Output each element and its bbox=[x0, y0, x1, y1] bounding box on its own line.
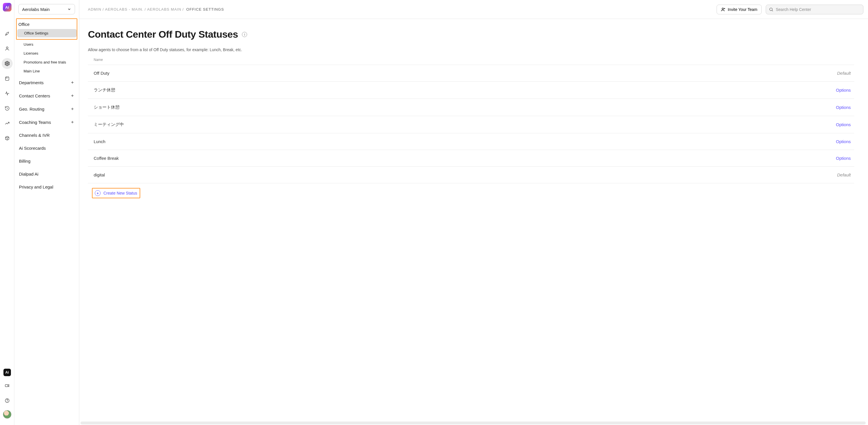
breadcrumb-current: OFFICE SETTINGS bbox=[186, 7, 224, 11]
org-picker[interactable]: Aerolabs Main bbox=[19, 4, 75, 14]
content: Contact Center Off Duty Statuses i Allow… bbox=[79, 19, 868, 421]
icon-rail: Ai Ai bbox=[0, 0, 14, 425]
ai-square-icon[interactable]: Ai bbox=[3, 369, 11, 376]
app-logo[interactable]: Ai bbox=[3, 3, 11, 11]
status-table: Name Off DutyDefaultランチ休憩Optionsショート休憩Op… bbox=[88, 56, 854, 198]
table-header-name: Name bbox=[88, 56, 854, 65]
table-row: Off DutyDefault bbox=[88, 65, 854, 82]
sidebar-nav-item[interactable]: Privacy and Legal bbox=[14, 180, 79, 193]
plus-circle-icon: + bbox=[95, 190, 100, 196]
plus-icon[interactable] bbox=[70, 93, 75, 98]
search-help[interactable] bbox=[766, 5, 863, 14]
status-name: ショート休憩 bbox=[94, 104, 120, 110]
search-icon bbox=[769, 7, 773, 12]
breadcrumb: ADMIN/AEROLABS - MAIN./AEROLABS MAIN/ OF… bbox=[88, 7, 224, 11]
sidebar-nav-label: Billing bbox=[19, 159, 30, 163]
default-badge: Default bbox=[837, 71, 851, 75]
sidebar-subitem[interactable]: Licenses bbox=[17, 49, 77, 58]
options-link[interactable]: Options bbox=[836, 139, 851, 144]
table-row: LunchOptions bbox=[88, 133, 854, 150]
options-link[interactable]: Options bbox=[836, 122, 851, 127]
table-row: ショート休憩Options bbox=[88, 99, 854, 116]
invite-team-button[interactable]: Invite Your Team bbox=[717, 5, 762, 14]
page-title: Contact Center Off Duty Statuses bbox=[88, 29, 238, 40]
svg-point-7 bbox=[770, 8, 772, 10]
options-link[interactable]: Options bbox=[836, 88, 851, 93]
person-icon[interactable] bbox=[2, 43, 13, 54]
sidebar-nav-label: Contact Centers bbox=[19, 93, 50, 98]
sidebar-nav-item[interactable]: Billing bbox=[14, 155, 79, 168]
sidebar-nav-label: Dialpad Ai bbox=[19, 172, 38, 176]
breadcrumb-item[interactable]: ADMIN bbox=[88, 7, 101, 11]
sidebar-subitem[interactable]: Promotions and free trials bbox=[17, 58, 77, 66]
table-row: ランチ休憩Options bbox=[88, 82, 854, 99]
breadcrumb-separator: / bbox=[102, 7, 104, 11]
plus-icon[interactable] bbox=[70, 106, 75, 112]
sidebar-nav-item[interactable]: Contact Centers bbox=[14, 89, 79, 102]
plus-icon[interactable] bbox=[70, 120, 75, 125]
breadcrumb-separator: / bbox=[182, 7, 184, 11]
table-row: Coffee BreakOptions bbox=[88, 150, 854, 167]
launch-icon[interactable] bbox=[2, 28, 13, 39]
status-name: Lunch bbox=[94, 139, 105, 144]
table-row: ミーティング中Options bbox=[88, 116, 854, 133]
org-picker-label: Aerolabs Main bbox=[22, 7, 50, 12]
office-group-highlight: Office Office Settings bbox=[16, 19, 77, 40]
page-description: Allow agents to choose from a list of Of… bbox=[88, 48, 854, 52]
sidebar-subitem[interactable]: Main Line bbox=[17, 67, 77, 75]
default-badge: Default bbox=[837, 173, 851, 177]
sidebar-nav-label: Privacy and Legal bbox=[19, 184, 53, 189]
sidebar-nav-item[interactable]: Coaching Teams bbox=[14, 116, 79, 129]
office-group-title[interactable]: Office bbox=[17, 19, 77, 28]
svg-point-5 bbox=[7, 401, 7, 402]
user-avatar[interactable] bbox=[3, 410, 11, 419]
cube-icon[interactable] bbox=[2, 133, 13, 144]
sidebar-nav-item[interactable]: Ai Scorecards bbox=[14, 142, 79, 155]
person-plus-icon bbox=[721, 7, 725, 12]
sidebar-nav-label: Channels & IVR bbox=[19, 133, 50, 138]
sidebar-subitem[interactable]: Users bbox=[17, 40, 77, 49]
history-icon[interactable] bbox=[2, 103, 13, 114]
sidebar-nav-label: Departments bbox=[19, 80, 44, 85]
sidebar-nav-item[interactable]: Channels & IVR bbox=[14, 129, 79, 142]
main: ADMIN/AEROLABS - MAIN./AEROLABS MAIN/ OF… bbox=[79, 0, 868, 425]
sidebar-nav-item[interactable]: Dialpad Ai bbox=[14, 168, 79, 180]
settings-icon[interactable] bbox=[2, 58, 13, 69]
sidebar-nav-item[interactable]: Departments bbox=[14, 76, 79, 89]
calendar-icon[interactable] bbox=[2, 73, 13, 84]
table-row: digitalDefault bbox=[88, 167, 854, 183]
search-help-input[interactable] bbox=[776, 7, 860, 12]
help-icon[interactable] bbox=[2, 395, 13, 406]
trending-icon[interactable] bbox=[2, 118, 13, 129]
svg-point-0 bbox=[6, 47, 8, 49]
sidebar-nav-item[interactable]: Geo. Routing bbox=[14, 102, 79, 116]
svg-point-6 bbox=[722, 8, 723, 9]
sidebar: Aerolabs Main Office Office Settings Use… bbox=[14, 0, 79, 425]
status-name: digital bbox=[94, 173, 105, 177]
breadcrumb-separator: / bbox=[145, 7, 146, 11]
sidebar-nav-label: Ai Scorecards bbox=[19, 146, 46, 151]
sidebar-nav-label: Coaching Teams bbox=[19, 120, 51, 125]
options-link[interactable]: Options bbox=[836, 156, 851, 161]
svg-point-1 bbox=[6, 63, 8, 64]
create-status-highlight: + Create New Status bbox=[92, 188, 140, 198]
sidebar-nav-label: Geo. Routing bbox=[19, 107, 44, 112]
status-name: Off Duty bbox=[94, 71, 110, 75]
topbar: ADMIN/AEROLABS - MAIN./AEROLABS MAIN/ OF… bbox=[79, 0, 868, 19]
breadcrumb-item[interactable]: AEROLABS - MAIN. bbox=[105, 7, 144, 11]
status-name: ミーティング中 bbox=[94, 122, 124, 127]
svg-rect-3 bbox=[5, 385, 8, 387]
invite-label: Invite Your Team bbox=[728, 7, 757, 12]
activity-icon[interactable] bbox=[2, 88, 13, 99]
video-icon[interactable] bbox=[2, 380, 13, 391]
options-link[interactable]: Options bbox=[836, 105, 851, 110]
status-name: ランチ休憩 bbox=[94, 87, 115, 93]
breadcrumb-item[interactable]: AEROLABS MAIN bbox=[147, 7, 181, 11]
sidebar-subitem[interactable]: Office Settings bbox=[17, 29, 77, 37]
create-status-button[interactable]: Create New Status bbox=[103, 191, 137, 195]
horizontal-scrollbar[interactable] bbox=[79, 421, 868, 425]
svg-rect-2 bbox=[5, 77, 9, 81]
status-name: Coffee Break bbox=[94, 156, 119, 161]
info-icon[interactable]: i bbox=[242, 32, 247, 37]
plus-icon[interactable] bbox=[70, 80, 75, 85]
